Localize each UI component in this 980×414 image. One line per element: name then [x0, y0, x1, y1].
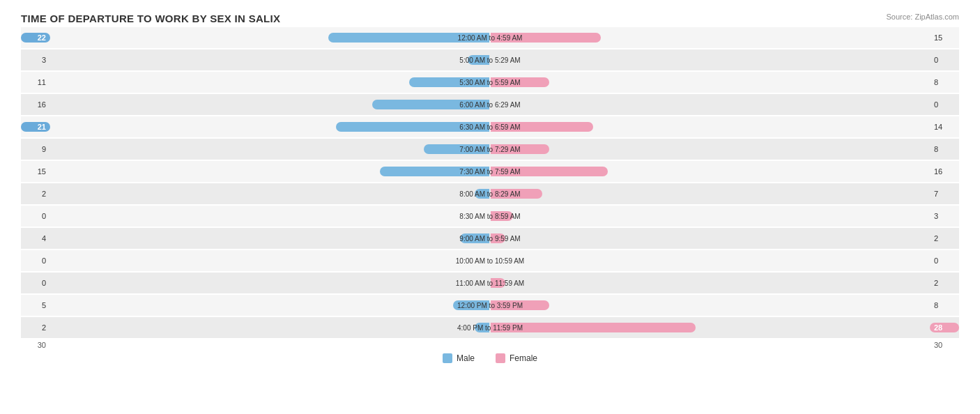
male-value: 22	[21, 33, 50, 43]
female-value: 15	[930, 33, 959, 42]
male-value: 5	[21, 301, 50, 309]
female-bar	[491, 144, 549, 154]
female-bar	[491, 233, 505, 243]
source-label: Source: ZipAtlas.com	[886, 13, 959, 21]
chart-row: 49:00 AM to 9:59 AM2	[21, 228, 959, 249]
male-bar	[460, 233, 489, 243]
male-bar	[424, 144, 490, 154]
female-bar	[491, 278, 505, 288]
female-value: 8	[930, 301, 959, 309]
male-value: 11	[21, 78, 50, 86]
male-value: 0	[21, 279, 50, 287]
male-value: 2	[21, 190, 50, 198]
axis-right: 30	[930, 341, 959, 349]
bars-area: 10:00 AM to 10:59 AM	[50, 250, 930, 271]
bars-area: 8:00 AM to 8:29 AM	[50, 183, 930, 204]
male-label: Male	[457, 353, 475, 363]
chart-row: 011:00 AM to 11:59 AM2	[21, 273, 959, 293]
legend: Male Female	[21, 353, 959, 363]
male-bar	[475, 323, 489, 332]
male-value: 21	[21, 122, 50, 132]
female-bar	[491, 300, 549, 310]
male-value: 3	[21, 56, 50, 64]
chart-container: TIME OF DEPARTURE TO WORK BY SEX IN SALI…	[0, 0, 980, 414]
female-value: 3	[930, 212, 959, 220]
chart-row: 2212:00 AM to 4:59 AM15	[21, 27, 959, 48]
bars-area: 6:30 AM to 6:59 AM	[50, 116, 930, 137]
female-bar	[491, 167, 608, 176]
female-value: 2	[930, 279, 959, 287]
bars-area: 12:00 AM to 4:59 AM	[50, 27, 930, 48]
male-value: 0	[21, 256, 50, 265]
male-bar	[372, 100, 489, 109]
chart-title: TIME OF DEPARTURE TO WORK BY SEX IN SALI…	[21, 13, 959, 24]
chart-row: 08:30 AM to 8:59 AM3	[21, 206, 959, 227]
male-bar	[409, 77, 490, 87]
female-value: 0	[930, 56, 959, 64]
female-value: 8	[930, 145, 959, 153]
male-color-box	[443, 353, 452, 363]
chart-row: 010:00 AM to 10:59 AM0	[21, 250, 959, 271]
chart-row: 24:00 PM to 11:59 PM28	[21, 317, 959, 338]
female-label: Female	[510, 353, 537, 363]
female-value: 8	[930, 78, 959, 86]
chart-row: 512:00 PM to 3:59 PM8	[21, 295, 959, 316]
male-value: 15	[21, 167, 50, 176]
legend-male: Male	[443, 353, 475, 363]
male-bar	[328, 33, 489, 43]
bars-area: 9:00 AM to 9:59 AM	[50, 228, 930, 249]
male-bar	[453, 300, 490, 310]
male-value: 16	[21, 100, 50, 109]
female-value: 7	[930, 190, 959, 198]
bars-area: 4:00 PM to 11:59 PM	[50, 317, 930, 338]
male-value: 4	[21, 234, 50, 243]
female-value: 0	[930, 256, 959, 265]
male-value: 9	[21, 145, 50, 153]
axis-left: 30	[21, 341, 50, 349]
male-bar	[336, 122, 490, 132]
chart-row: 35:00 AM to 5:29 AM0	[21, 49, 959, 70]
female-bar	[491, 33, 601, 43]
bars-area: 7:30 AM to 7:59 AM	[50, 161, 930, 182]
bars-area: 7:00 AM to 7:29 AM	[50, 139, 930, 160]
female-value: 2	[930, 234, 959, 243]
female-bar	[491, 189, 542, 199]
chart-row: 28:00 AM to 8:29 AM7	[21, 183, 959, 204]
bars-area: 6:00 AM to 6:29 AM	[50, 94, 930, 115]
chart-row: 97:00 AM to 7:29 AM8	[21, 139, 959, 160]
bars-area: 8:30 AM to 8:59 AM	[50, 206, 930, 227]
bars-area: 11:00 AM to 11:59 AM	[50, 273, 930, 293]
female-bar	[491, 122, 593, 132]
male-bar	[475, 189, 489, 199]
female-bar	[491, 77, 549, 87]
male-bar	[380, 167, 490, 176]
chart-row: 166:00 AM to 6:29 AM0	[21, 94, 959, 115]
chart-area: 2212:00 AM to 4:59 AM1535:00 AM to 5:29 …	[21, 27, 959, 338]
female-bar	[491, 211, 513, 221]
legend-female: Female	[496, 353, 537, 363]
bars-area: 12:00 PM to 3:59 PM	[50, 295, 930, 316]
chart-row: 115:30 AM to 5:59 AM8	[21, 72, 959, 93]
male-bar	[468, 55, 490, 65]
female-value: 0	[930, 100, 959, 109]
male-value: 2	[21, 323, 50, 332]
female-bar	[491, 323, 696, 332]
female-value: 14	[930, 123, 959, 131]
axis-row: 30 30	[21, 341, 959, 349]
male-value: 0	[21, 212, 50, 220]
bars-area: 5:00 AM to 5:29 AM	[50, 49, 930, 70]
bars-area: 5:30 AM to 5:59 AM	[50, 72, 930, 93]
chart-row: 157:30 AM to 7:59 AM16	[21, 161, 959, 182]
chart-row: 216:30 AM to 6:59 AM14	[21, 116, 959, 137]
female-value: 28	[930, 323, 959, 332]
female-color-box	[496, 353, 505, 363]
female-value: 16	[930, 167, 959, 176]
